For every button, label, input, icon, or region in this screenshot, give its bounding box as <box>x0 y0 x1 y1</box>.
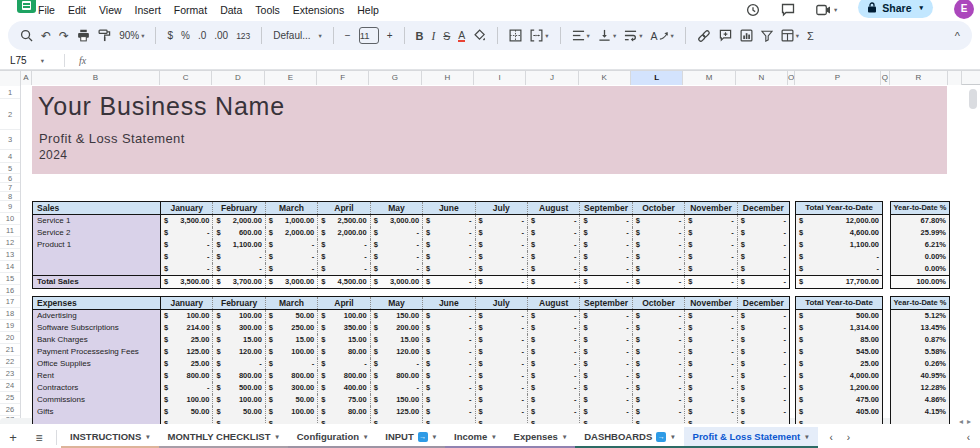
value-cell[interactable]: $- <box>476 382 528 394</box>
month-header-november[interactable]: November <box>685 202 737 214</box>
column-header-R[interactable]: R <box>890 71 948 85</box>
ytd-header-cell[interactable]: Total Year-to-Date <box>796 297 882 309</box>
increase-decimals-button[interactable]: .00 <box>214 30 228 41</box>
value-cell[interactable]: $- <box>685 394 737 406</box>
value-cell[interactable]: $2,000.00 <box>266 227 318 239</box>
row-header-18[interactable]: 18 <box>0 308 20 320</box>
value-cell[interactable]: $- <box>423 251 475 263</box>
value-cell[interactable]: $100.00 <box>318 310 370 322</box>
tabs-next-icon[interactable]: › <box>847 432 850 443</box>
column-header-P[interactable]: P <box>795 71 881 85</box>
value-cell[interactable]: $- <box>161 239 213 251</box>
value-cell[interactable]: $- <box>528 310 580 322</box>
row-header-12[interactable]: 12 <box>0 237 20 249</box>
font-select[interactable]: Defaul... ▾ <box>273 30 322 41</box>
value-cell[interactable]: $- <box>685 358 737 370</box>
pct-value-cell[interactable]: 0.00% <box>891 251 949 263</box>
tab-income[interactable]: Income▾ <box>445 427 505 448</box>
value-cell[interactable]: $- <box>633 334 685 346</box>
month-header-april[interactable]: April <box>318 202 370 214</box>
format-percent-button[interactable]: % <box>181 30 190 41</box>
value-cell[interactable]: $- <box>476 370 528 382</box>
month-header-october[interactable]: October <box>633 202 685 214</box>
title-banner[interactable]: Your Business Name Profit & Loss Stateme… <box>32 86 947 174</box>
pct-value-cell[interactable]: 67.80% <box>891 215 949 227</box>
month-header-may[interactable]: May <box>371 297 423 309</box>
tab-expenses[interactable]: Expenses▾ <box>505 427 576 448</box>
value-cell[interactable]: $- <box>476 322 528 334</box>
tab-monthly-checklist[interactable]: MONTHLY CHECKLIST▾ <box>159 427 288 448</box>
value-cell[interactable]: $- <box>528 227 580 239</box>
column-header-G[interactable]: G <box>369 71 421 85</box>
row-header-15[interactable]: 15 <box>0 273 20 285</box>
pct-value-cell[interactable]: 5.58% <box>891 346 949 358</box>
value-cell[interactable]: $3,000.00 <box>371 215 423 227</box>
value-cell[interactable]: $1,000.00 <box>266 215 318 227</box>
value-cell[interactable]: $- <box>685 322 737 334</box>
menu-item-extensions[interactable]: Extensions <box>293 4 344 16</box>
ytd-value-cell[interactable]: $545.00 <box>796 346 882 358</box>
value-cell[interactable]: $2,000.00 <box>213 215 265 227</box>
sheet-grid[interactable]: 1234567891011121314151617181920212223242… <box>0 86 980 424</box>
value-cell[interactable]: $50.00 <box>266 310 318 322</box>
menu-item-edit[interactable]: Edit <box>68 4 86 16</box>
tab-configuration[interactable]: Configuration▾ <box>288 427 377 448</box>
value-cell[interactable]: $- <box>476 394 528 406</box>
value-cell[interactable]: $- <box>738 276 789 288</box>
value-cell[interactable]: $- <box>423 276 475 288</box>
value-cell[interactable]: $3,500.00 <box>161 215 213 227</box>
ytd-value-cell[interactable]: $4,000.00 <box>796 370 882 382</box>
value-cell[interactable]: $- <box>423 310 475 322</box>
merge-cells-button[interactable]: ▾ <box>530 29 548 42</box>
value-cell[interactable]: $- <box>476 358 528 370</box>
value-cell[interactable]: $- <box>161 263 213 275</box>
column-header-I[interactable]: I <box>474 71 526 85</box>
row-header-2[interactable]: 2 <box>0 99 20 130</box>
value-cell[interactable]: $- <box>476 310 528 322</box>
value-cell[interactable]: $3,700.00 <box>213 276 265 288</box>
value-cell[interactable]: $350.00 <box>318 322 370 334</box>
value-cell[interactable]: $3,000.00 <box>266 276 318 288</box>
month-header-march[interactable]: March <box>266 202 318 214</box>
value-cell[interactable]: $- <box>476 334 528 346</box>
row-label-cell[interactable]: Service 2 <box>33 227 161 239</box>
value-cell[interactable]: $- <box>738 406 789 418</box>
tab-instructions[interactable]: INSTRUCTIONS▾ <box>61 427 159 448</box>
row-header-24[interactable]: 24 <box>0 380 20 392</box>
row-header-25[interactable]: 25 <box>0 392 20 404</box>
collapse-toolbar-icon[interactable]: ^ <box>955 30 960 42</box>
month-header-february[interactable]: February <box>213 297 265 309</box>
value-cell[interactable]: $- <box>685 215 737 227</box>
value-cell[interactable]: $- <box>423 346 475 358</box>
ytd-value-cell[interactable]: $500.00 <box>796 310 882 322</box>
value-cell[interactable]: $- <box>738 370 789 382</box>
tab-caret-icon[interactable]: ▾ <box>805 433 808 441</box>
value-cell[interactable]: $- <box>738 239 789 251</box>
value-cell[interactable]: $- <box>738 358 789 370</box>
value-cell[interactable]: $- <box>633 394 685 406</box>
value-cell[interactable]: $- <box>266 239 318 251</box>
month-header-october[interactable]: October <box>633 297 685 309</box>
ytd-value-cell[interactable]: $1,200.00 <box>796 382 882 394</box>
value-cell[interactable]: $- <box>371 263 423 275</box>
value-cell[interactable]: $- <box>476 215 528 227</box>
value-cell[interactable]: $- <box>423 239 475 251</box>
pct-value-cell[interactable]: 0.00% <box>891 263 949 275</box>
value-cell[interactable]: $- <box>633 322 685 334</box>
value-cell[interactable]: $100.00 <box>161 310 213 322</box>
value-cell[interactable]: $- <box>738 382 789 394</box>
value-cell[interactable]: $- <box>580 239 632 251</box>
scroll-right-icon[interactable]: ▸ <box>967 417 971 425</box>
value-cell[interactable]: $- <box>580 370 632 382</box>
value-cell[interactable]: $- <box>161 227 213 239</box>
menu-item-insert[interactable]: Insert <box>135 4 161 16</box>
tab-caret-icon[interactable]: ▾ <box>563 433 566 441</box>
zoom-select[interactable]: 90% ▾ <box>119 30 144 41</box>
value-cell[interactable]: $800.00 <box>318 370 370 382</box>
value-cell[interactable]: $- <box>738 263 789 275</box>
text-wrap-button[interactable]: ▾ <box>624 29 642 42</box>
row-label-cell[interactable]: Contractors <box>33 382 161 394</box>
month-header-september[interactable]: September <box>580 202 632 214</box>
value-cell[interactable]: $ <box>161 418 213 424</box>
value-cell[interactable]: $80.00 <box>318 346 370 358</box>
